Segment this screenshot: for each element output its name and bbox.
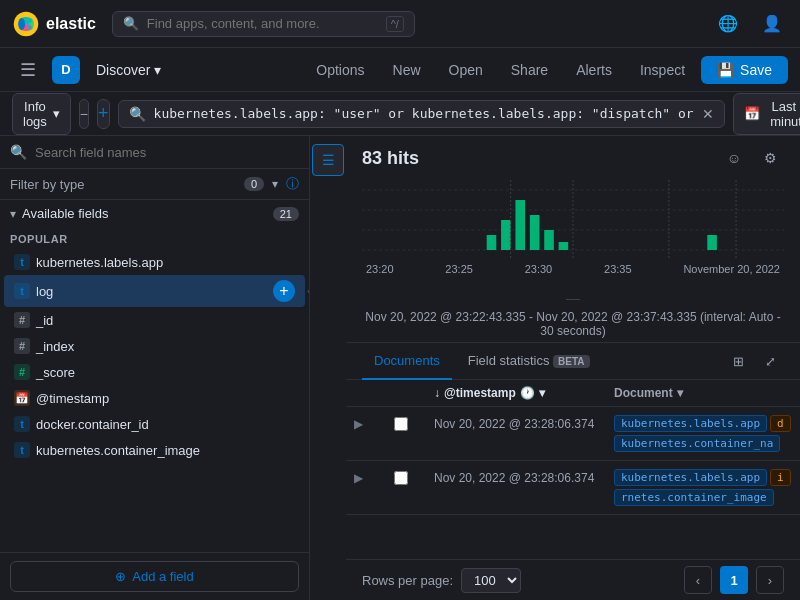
header-expand bbox=[354, 386, 394, 400]
chart-divider: — bbox=[346, 290, 800, 306]
elastic-logo: elastic bbox=[12, 10, 96, 38]
field-row-log[interactable]: t log Add field as column + bbox=[4, 275, 305, 307]
svg-point-4 bbox=[27, 17, 34, 29]
alerts-button[interactable]: Alerts bbox=[564, 56, 624, 84]
row-checkbox-1[interactable] bbox=[394, 417, 408, 431]
field-row-score[interactable]: # _score bbox=[4, 359, 305, 385]
save-button[interactable]: 💾 Save bbox=[701, 56, 788, 84]
field-name-log: log bbox=[36, 284, 267, 299]
field-row-id[interactable]: # _id bbox=[4, 307, 305, 333]
row-doc-1: kubernetes.labels.app d kubernetes.conta… bbox=[614, 415, 792, 452]
filter-type-row[interactable]: Filter by type 0 ▾ ⓘ bbox=[0, 169, 309, 200]
time-picker-button[interactable]: 📅 Last 15 minutes bbox=[733, 93, 800, 135]
pagination-label: Rows per page: bbox=[362, 573, 453, 588]
pagination-select[interactable]: 100 25 50 500 bbox=[461, 568, 521, 593]
available-fields-count: 21 bbox=[273, 207, 299, 221]
hits-settings-button[interactable]: ⚙ bbox=[756, 144, 784, 172]
field-row-index[interactable]: # _index bbox=[4, 333, 305, 359]
column-toggle-area: ☰ bbox=[310, 136, 346, 600]
header-timestamp[interactable]: ↓ @timestamp 🕐 ▾ bbox=[434, 386, 614, 400]
svg-rect-15 bbox=[707, 235, 717, 250]
tab-field-statistics[interactable]: Field statistics BETA bbox=[456, 343, 602, 380]
top-nav: elastic 🔍 ^/ 🌐 👤 bbox=[0, 0, 800, 48]
header-select bbox=[394, 386, 434, 400]
top-search-bar[interactable]: 🔍 ^/ bbox=[112, 11, 415, 37]
app-name-button[interactable]: Discover ▾ bbox=[88, 58, 169, 82]
field-name-docker-container-id: docker.container_id bbox=[36, 417, 295, 432]
help-icon-btn[interactable]: 🌐 bbox=[712, 8, 744, 40]
main-panel: 83 hits ☺ ⚙ bbox=[346, 136, 800, 600]
query-search-icon: 🔍 bbox=[129, 106, 146, 122]
document-label: Document bbox=[614, 386, 673, 400]
field-row-timestamp[interactable]: 📅 @timestamp bbox=[4, 385, 305, 411]
field-row-kubernetes-container-image[interactable]: t kubernetes.container_image bbox=[4, 437, 305, 463]
doc-tag-rnetes-container-image-2: rnetes.container_image bbox=[614, 489, 774, 506]
field-name-kubernetes-container-image: kubernetes.container_image bbox=[36, 443, 295, 458]
chart-start-label: 23:20 bbox=[366, 263, 394, 275]
pagination-next-button[interactable]: › bbox=[756, 566, 784, 594]
available-fields-header[interactable]: ▾ Available fields 21 bbox=[0, 200, 309, 227]
column-toggle-button[interactable]: ☰ bbox=[312, 144, 344, 176]
hits-count: 83 hits bbox=[362, 148, 419, 169]
field-type-text-icon: t bbox=[14, 416, 30, 432]
time-label: Last 15 minutes bbox=[766, 99, 800, 129]
field-add-button-log[interactable]: + bbox=[273, 280, 295, 302]
field-name-score: _score bbox=[36, 365, 295, 380]
field-type-text-icon: t bbox=[14, 442, 30, 458]
tab-documents[interactable]: Documents bbox=[362, 343, 452, 380]
new-button[interactable]: New bbox=[381, 56, 433, 84]
sidebar-search[interactable]: 🔍 bbox=[0, 136, 309, 169]
info-logs-button[interactable]: Info logs ▾ bbox=[12, 93, 71, 135]
field-type-id-icon: # bbox=[14, 338, 30, 354]
document-chevron-icon: ▾ bbox=[677, 386, 683, 400]
chart-end-label: 23:35 bbox=[604, 263, 632, 275]
filter-minus-button[interactable]: − bbox=[79, 99, 89, 129]
user-icon-btn[interactable]: 👤 bbox=[756, 8, 788, 40]
svg-rect-12 bbox=[530, 215, 540, 250]
chart-mid2-label: 23:30 bbox=[525, 263, 553, 275]
chart-x-labels: 23:20 23:25 23:30 23:35 November 20, 202… bbox=[362, 263, 784, 275]
query-clear-button[interactable]: ✕ bbox=[702, 106, 714, 122]
filter-type-info-icon[interactable]: ⓘ bbox=[286, 175, 299, 193]
search-icon: 🔍 bbox=[123, 16, 139, 31]
add-filter-button[interactable]: + bbox=[97, 99, 110, 129]
query-text: kubernetes.labels.app: "user" or kuberne… bbox=[154, 106, 694, 121]
field-row-kubernetes-labels-app[interactable]: t kubernetes.labels.app bbox=[4, 249, 305, 275]
time-picker: 📅 Last 15 minutes ↻ bbox=[733, 93, 800, 135]
field-row-docker-container-id[interactable]: t docker.container_id bbox=[4, 411, 305, 437]
share-button[interactable]: Share bbox=[499, 56, 560, 84]
doc-tag-kubernetes-labels-app-2: kubernetes.labels.app bbox=[614, 469, 767, 486]
add-field-icon: ⊕ bbox=[115, 569, 126, 584]
expand-rows-button[interactable]: ⤢ bbox=[756, 347, 784, 375]
top-search-input[interactable] bbox=[147, 16, 378, 31]
histogram-chart bbox=[362, 180, 784, 260]
table-view-button[interactable]: ⊞ bbox=[724, 347, 752, 375]
hits-smiley-button[interactable]: ☺ bbox=[720, 144, 748, 172]
hamburger-button[interactable]: ☰ bbox=[12, 54, 44, 86]
query-bar[interactable]: 🔍 kubernetes.labels.app: "user" or kuber… bbox=[118, 100, 725, 128]
doc-tag-kubernetes-container-na-1: kubernetes.container_na bbox=[614, 435, 780, 452]
table-row: ▶ Nov 20, 2022 @ 23:28:06.374 kubernetes… bbox=[346, 407, 800, 460]
field-name-index: _index bbox=[36, 339, 295, 354]
row-checkbox-2[interactable] bbox=[394, 471, 408, 485]
timestamp-chevron-icon: ▾ bbox=[539, 386, 545, 400]
row-expand-icon-1[interactable]: ▶ bbox=[354, 415, 394, 431]
open-button[interactable]: Open bbox=[437, 56, 495, 84]
main-content: 🔍 Filter by type 0 ▾ ⓘ ▾ Available field… bbox=[0, 136, 800, 600]
svg-rect-13 bbox=[544, 230, 554, 250]
row-expand-icon-2[interactable]: ▶ bbox=[354, 469, 394, 485]
options-button[interactable]: Options bbox=[304, 56, 376, 84]
header-document[interactable]: Document ▾ bbox=[614, 386, 792, 400]
inspect-button[interactable]: Inspect bbox=[628, 56, 697, 84]
save-label: Save bbox=[740, 62, 772, 78]
filter-bar: Info logs ▾ − + 🔍 kubernetes.labels.app:… bbox=[0, 92, 800, 136]
current-page-number: 1 bbox=[720, 566, 748, 594]
add-a-field-button[interactable]: ⊕ Add a field bbox=[10, 561, 299, 592]
pagination-prev-button[interactable]: ‹ bbox=[684, 566, 712, 594]
table-row-container-1: ▶ Nov 20, 2022 @ 23:28:06.374 kubernetes… bbox=[346, 407, 800, 461]
elastic-logo-icon bbox=[12, 10, 40, 38]
row-doc-2: kubernetes.labels.app i rnetes.container… bbox=[614, 469, 792, 506]
search-field-names-input[interactable] bbox=[35, 145, 299, 160]
app-name-chevron-icon: ▾ bbox=[154, 62, 161, 78]
hits-header: 83 hits ☺ ⚙ bbox=[346, 136, 800, 180]
